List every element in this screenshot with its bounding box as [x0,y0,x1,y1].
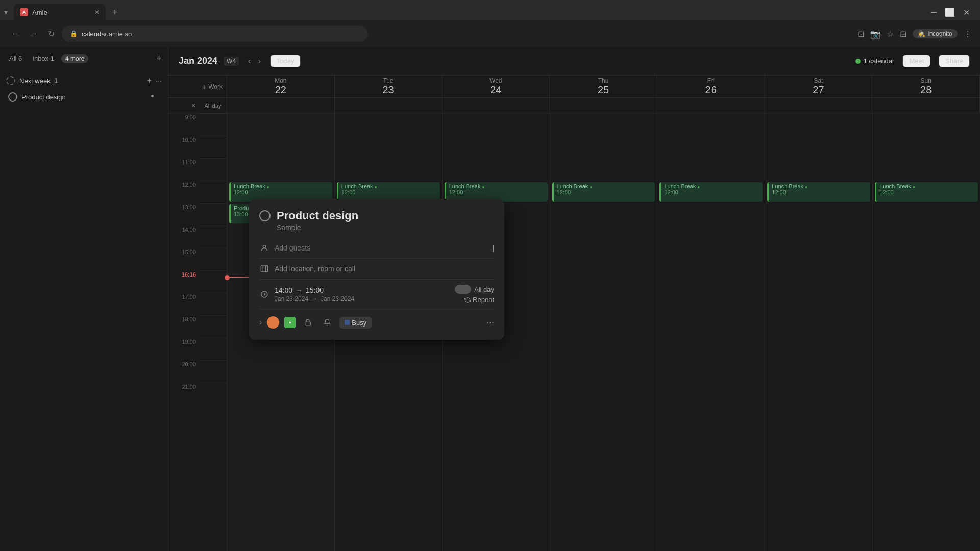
event-lunch-thu[interactable]: Lunch Break ● 12:00 [552,182,655,202]
url-bar[interactable]: 🔒 calendar.amie.so [62,26,368,42]
allday-sat[interactable] [765,98,873,113]
repeat-btn[interactable]: Repeat [464,296,494,304]
lock-footer-icon[interactable] [301,315,315,330]
task-badge: ● [151,92,160,102]
location-icon [259,264,270,274]
add-location-text[interactable]: Add location, room or call [275,265,494,273]
lock-icon: 🔒 [70,30,78,37]
time-start[interactable]: 14:00 [275,286,292,294]
tab-close-btn[interactable]: ✕ [94,9,100,16]
date-end[interactable]: Jan 23 2024 [321,295,354,303]
list-item[interactable]: Product design ● [6,89,162,105]
task-checkbox[interactable] [8,92,17,102]
footer-chevron-icon[interactable]: › [259,318,262,327]
work-label: Work [208,83,223,90]
camera-off-icon[interactable]: 📷 [870,29,880,39]
calendar-indicator: 1 calendar [855,57,895,65]
clock-icon [259,289,270,299]
close-allday-btn[interactable]: ✕ [191,102,196,109]
day-header-fri: Fri 26 [657,76,765,97]
add-guests-input[interactable] [275,244,487,252]
day-col-thu[interactable]: Lunch Break ● 12:00 [550,113,658,551]
filter-inbox[interactable]: Inbox 1 [29,53,57,64]
popup-location-section: Add location, room or call [259,259,494,280]
day-num-2: 24 [490,84,501,96]
popup-more-btn[interactable]: ··· [486,317,494,328]
today-btn[interactable]: Today [270,55,301,67]
refresh-btn[interactable]: ↻ [45,27,58,41]
cursor-indicator: | [492,244,494,252]
allday-fri[interactable] [657,98,765,113]
day-col-sat[interactable]: Lunch Break ● 12:00 [765,113,873,551]
event-lunch-sat[interactable]: Lunch Break ● 12:00 [767,182,870,202]
next-week-btn[interactable]: › [255,55,263,68]
work-col[interactable] [199,113,227,551]
toolbar-right: ⊡ 📷 ☆ ⊟ 🕵 Incognito ⋮ [857,29,972,39]
new-tab-btn[interactable]: + [108,5,122,19]
time-label-21: 21:00 [168,383,199,405]
sidebar-toggle-icon[interactable]: ⊟ [900,29,906,39]
time-label-16: 16:16 [168,270,199,293]
calendar-count-label: 1 calendar [864,57,895,65]
back-btn[interactable]: ← [8,27,22,40]
url-text: calendar.amie.so [82,30,132,38]
tab-dropdown-btn[interactable]: ▾ [4,8,8,16]
allday-mon[interactable] [227,98,335,113]
allday-gutter: ✕ [168,98,199,113]
allday-thu[interactable] [550,98,657,113]
add-task-btn[interactable]: + [156,53,162,64]
day-name-2: Wed [489,77,502,84]
section-add-btn[interactable]: + [147,76,152,85]
popup-time-section: 14:00 → 15:00 Jan 23 2024 → Jan 23 2024 … [259,280,494,309]
time-labels: 9:00 10:00 11:00 12:00 13:00 14:00 15:00… [168,113,199,551]
day-header-wed: Wed 24 [442,76,550,97]
event-lunch-fri[interactable]: Lunch Break ● 12:00 [659,182,763,202]
incognito-badge: 🕵 Incognito [913,29,958,38]
close-btn[interactable]: ✕ [961,6,972,19]
day-name-1: Tue [383,77,393,84]
prev-week-btn[interactable]: ‹ [245,55,254,68]
restore-btn[interactable]: ⬜ [943,6,957,19]
time-label-9: 9:00 [168,113,199,136]
work-col-header: + Work [199,76,227,97]
day-num-3: 25 [598,84,609,96]
cast-icon[interactable]: ⊡ [857,29,864,39]
day-name-5: Sat [814,77,823,84]
extensions-icon[interactable]: ⋮ [964,29,972,39]
allday-wed[interactable] [442,98,550,113]
day-col-sun[interactable]: Lunch Break ● 12:00 [873,113,980,551]
section-more-btn[interactable]: ··· [156,77,162,85]
star-icon[interactable]: ☆ [887,29,894,39]
section-icon [6,76,15,85]
date-start[interactable]: Jan 23 2024 [275,295,308,303]
time-label-18: 18:00 [168,315,199,338]
sidebar: All 6 Inbox 1 4 more + Next week 1 + ···… [0,47,168,551]
minimize-btn[interactable]: ─ [929,6,939,19]
allday-sun[interactable] [872,98,980,113]
allday-tue[interactable] [335,98,443,113]
filter-all[interactable]: All 6 [6,53,25,64]
bell-footer-icon[interactable] [320,315,334,330]
active-tab[interactable]: A Amie ✕ [14,4,106,20]
event-lunch-sun[interactable]: Lunch Break ● 12:00 [875,182,978,202]
event-popup: Product design Sample | Add location, ro… [249,199,504,340]
allday-toggle-track[interactable] [455,285,471,294]
allday-toggle[interactable]: All day [455,285,494,294]
time-label-11: 11:00 [168,158,199,181]
event-color-circle[interactable] [267,316,279,329]
time-end[interactable]: 15:00 [306,286,324,294]
share-btn[interactable]: Share [939,55,970,67]
day-col-fri[interactable]: Lunch Break ● 12:00 [657,113,765,551]
meet-btn[interactable]: Meet [902,55,930,67]
event-type-icon[interactable]: ▪ [284,317,296,328]
tab-title: Amie [32,9,90,16]
calendar-header: Jan 2024 W4 ‹ › Today 1 calendar Meet Sh… [168,47,980,76]
section-count: 1 [55,77,58,84]
popup-task-checkbox[interactable] [259,210,271,221]
task-name: Product design [21,93,146,101]
tab-bar: ▾ A Amie ✕ + ─ ⬜ ✕ [0,0,980,20]
filter-more[interactable]: 4 more [61,54,88,63]
busy-status-badge[interactable]: Busy [339,317,372,329]
forward-btn[interactable]: → [27,27,41,40]
add-work-btn[interactable]: + [202,83,206,91]
